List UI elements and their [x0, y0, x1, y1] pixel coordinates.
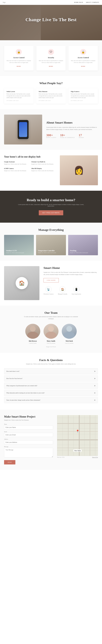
- form-group-name: Name: [4, 424, 53, 430]
- access-control-icon-1: 🔒: [16, 49, 22, 55]
- team-title: Our Team: [4, 311, 98, 314]
- testimonial-date-3: OCTOBER 2ND 2024: [71, 100, 96, 101]
- map-city-label: New York: [73, 449, 82, 452]
- testimonial-2: Nick Jhonson Proin sed sem ante. Sed fau…: [36, 88, 66, 104]
- map-container: New York 📍: [57, 415, 98, 456]
- email-label: Email: [4, 431, 53, 432]
- hub-item-4: 10in HD Display Sample text. Click to se…: [31, 168, 56, 172]
- map-pin: 📍: [76, 430, 80, 433]
- nav-link-home[interactable]: HOME PAGE: [74, 2, 83, 3]
- stat-number-experience: 10+: [60, 133, 75, 137]
- smart-icon-managed: 🏠 Managed Centrally: [58, 286, 67, 295]
- stat-number-clients: 300+: [46, 133, 56, 137]
- hub-item-2: Chrome Cast Built-In Sample text. Click …: [31, 161, 56, 165]
- faq-item-2[interactable]: How Fast Are Your Services? ▶: [4, 376, 98, 382]
- manage-card-temp[interactable]: Temperature Controller Sample text. Clic…: [36, 235, 66, 255]
- hub-item-3: 6.5MP Camera Sample text. Click to selec…: [4, 168, 28, 172]
- testimonial-date-2: OCTOBER 2ND 2024: [38, 100, 64, 101]
- email-input[interactable]: [4, 433, 53, 437]
- testimonial-text-1: Proin sed sem ante. Sed faucibus tortor,…: [6, 93, 31, 99]
- message-input[interactable]: [4, 448, 53, 458]
- hub-item-title-4: 10in HD Display: [31, 168, 56, 169]
- contact-title: Make Smart Home Project: [4, 415, 53, 418]
- address-input[interactable]: [4, 440, 53, 444]
- faq-chevron-5: ▶: [94, 399, 96, 401]
- faq-item-3[interactable]: What categories of professionals have yo…: [4, 382, 98, 389]
- faq-question-1: How much does it cost?: [6, 370, 20, 372]
- smart-icon-apps: 📱 Smart Applications: [72, 286, 81, 295]
- about-content: About Smart Homes Lorem ipsum dolor sit …: [46, 121, 98, 138]
- testimonial-name-2: Nick Jhonson: [38, 91, 64, 92]
- avatar-bob: [25, 324, 40, 339]
- manage-label-temp: Temperature Controller: [38, 250, 56, 252]
- submit-button[interactable]: SEND: [4, 460, 15, 464]
- smart-icons-row: 📡 Wirelessly Connects 🏠 Managed Centrall…: [44, 286, 98, 295]
- map-col: New York 📍 Map data ©2024 Terms of Use: [57, 415, 98, 459]
- name-input[interactable]: [4, 426, 53, 430]
- smart-icon-wireless: 📡 Wirelessly Connects: [44, 286, 54, 295]
- nav-link-about[interactable]: ABOUT COMPANY: [86, 2, 99, 3]
- feature-more-3[interactable]: MORE: [81, 66, 86, 67]
- feature-more-1[interactable]: MORE: [16, 66, 21, 67]
- about-description: Lorem ipsum dolor sit amet, consectetur …: [46, 126, 98, 130]
- team-member-nick: Nick Dark Lead Accountant: [62, 324, 77, 344]
- feature-more-2[interactable]: MORE: [49, 66, 53, 67]
- nav-links: HOME PAGE ABOUT COMPANY: [74, 2, 99, 3]
- logo: logo: [3, 1, 6, 4]
- manage-card-outdoor[interactable]: Outdoor CCTV Sample text. Click to selec…: [4, 235, 34, 255]
- stat-label-clients: HAPPY CLIENTS: [46, 137, 56, 138]
- about-title: About Smart Homes: [46, 121, 98, 124]
- feature-card-2: 🛡 Security Duis aute irure dolor in repr…: [36, 46, 66, 70]
- smart-title: Smart Home: [44, 266, 98, 270]
- smart-content: Smart Home Sample text. Click to select …: [44, 266, 98, 295]
- feature-title-2: Security: [39, 56, 64, 59]
- message-label: Message: [4, 446, 53, 447]
- smart-description: Sample text. Click to select the Text El…: [44, 271, 98, 276]
- apps-icon: 📱: [73, 286, 80, 292]
- faq-list: How much does it cost? ▶ How Fast Are Yo…: [4, 368, 98, 403]
- about-section: About Smart Homes Lorem ipsum dolor sit …: [0, 109, 102, 150]
- testimonial-name-1: Stella Larsen: [6, 91, 31, 92]
- testimonial-text-2: Proin sed sem ante. Sed faucibus tortor,…: [38, 93, 64, 99]
- feature-title-3: Access Control: [71, 56, 96, 59]
- faq-item-5[interactable]: Nunc sit amet dolor. Integer iaculis sed…: [4, 397, 98, 403]
- contact-section: Make Smart Home Project Sample text. Cli…: [0, 410, 102, 470]
- manage-desc-tracking: Sample text. Click to select Lorem ipsum: [70, 252, 88, 253]
- feature-title-1: Access Control: [6, 56, 31, 59]
- cta-description: Lorem ipsum dolor sit amet, consectetur …: [17, 204, 85, 207]
- hub-item-title-1: Google Assistant: [4, 161, 28, 162]
- about-stats: 300+ HAPPY CLIENTS 10+ YEARS OF EXPERIEN…: [46, 133, 98, 138]
- contact-form-col: Make Smart Home Project Sample text. Cli…: [4, 415, 53, 464]
- map-footer-terms[interactable]: Terms of Use: [92, 457, 98, 458]
- hub-item-desc-2: Sample text. Click to select the Text El…: [31, 163, 56, 165]
- stat-number-awards: 17: [78, 133, 84, 137]
- cta-button[interactable]: GET FREE ESTIMATE: [39, 210, 63, 215]
- manage-card-tracking[interactable]: Tracking Sample text. Click to select Lo…: [68, 235, 98, 255]
- hero-section: Change Live To The Best: [0, 5, 102, 40]
- faq-item-4[interactable]: What education and/or training do you ha…: [4, 390, 98, 396]
- testimonial-date-1: OCTOBER 2ND 2024: [6, 100, 31, 101]
- testimonials-title: What People Say?: [4, 82, 98, 85]
- hub-item-1: Google Assistant Sample text. Click to s…: [4, 161, 28, 165]
- apps-label: Smart Applications: [72, 293, 81, 295]
- stat-experience: 10+ YEARS OF EXPERIENCE: [60, 133, 75, 138]
- stat-clients: 300+ HAPPY CLIENTS: [46, 133, 56, 138]
- managed-icon: 🏠: [60, 286, 66, 292]
- smart-section: 🏠 Smart Home Sample text. Click to selec…: [0, 261, 102, 306]
- view-more-button[interactable]: VIEW MORE: [44, 278, 59, 282]
- avatar-nick: [62, 324, 77, 339]
- team-section: Our Team Ut enim ad minim veniam, quis n…: [0, 306, 102, 353]
- hub-item-desc-4: Sample text. Click to select the Text El…: [31, 170, 56, 172]
- team-member-mary: Mary Smith Chief Accountant: [44, 324, 58, 344]
- faq-item-1[interactable]: How much does it cost? ▶: [4, 368, 98, 374]
- faq-subtitle: Sample text. Click to select the text bo…: [22, 363, 80, 365]
- map-footer: Map data ©2024 Terms of Use: [57, 456, 98, 459]
- wireless-label: Wirelessly Connects: [44, 293, 54, 295]
- testimonial-text-3: Proin sed sem ante. Sed faucibus tortor,…: [71, 93, 96, 99]
- cta-title: Ready to build a smarter home?: [4, 198, 98, 202]
- team-role-bob: Content Funder: [25, 342, 40, 344]
- team-name-bob: Bob Brown: [25, 340, 40, 342]
- hub-item-desc-3: Sample text. Click to select the Text El…: [4, 170, 28, 172]
- manage-section: Manage Everything Outdoor CCTV Sample te…: [0, 223, 102, 261]
- hub-content: Your home's all-in-one display hub Googl…: [4, 155, 56, 172]
